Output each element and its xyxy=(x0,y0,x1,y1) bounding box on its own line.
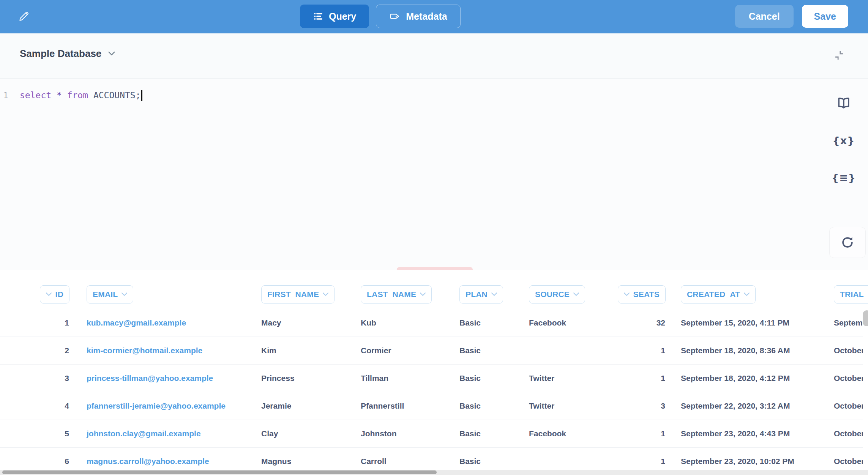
line-number: 1 xyxy=(0,91,11,100)
table-cell[interactable]: 2 xyxy=(23,346,74,355)
topbar-actions: Cancel Save xyxy=(735,5,848,28)
table-cell[interactable]: 3 xyxy=(602,401,670,411)
table-cell[interactable]: Facebook xyxy=(518,318,602,327)
sql-editor[interactable]: 1 select * from ACCOUNTS; {x} {≡} xyxy=(0,79,868,270)
table-cell[interactable]: Basic xyxy=(448,429,518,438)
column-header-trial_e[interactable]: TRIAL_E xyxy=(834,285,868,304)
column-header-seats[interactable]: SEATS xyxy=(618,285,666,304)
table-row: 1kub.macy@gmail.exampleMacyKubBasicFaceb… xyxy=(0,309,868,337)
tab-metadata[interactable]: Metadata xyxy=(376,5,460,28)
table-cell[interactable]: October xyxy=(822,401,868,411)
table-cell[interactable]: September 23, 2020, 4:43 PM xyxy=(670,429,822,438)
email-link[interactable]: kim-cormier@hotmail.example xyxy=(74,346,251,355)
table-cell[interactable]: Princess xyxy=(251,374,349,383)
database-name: Sample Database xyxy=(20,48,101,60)
header-cell: SOURCE xyxy=(518,275,602,304)
table-cell[interactable]: Basic xyxy=(448,346,518,355)
table-cell[interactable]: 3 xyxy=(23,374,74,383)
table-cell[interactable]: Jeramie xyxy=(251,401,349,411)
horizontal-scrollbar[interactable] xyxy=(2,470,437,474)
column-label: SOURCE xyxy=(535,290,570,299)
table-cell[interactable]: October xyxy=(822,457,868,466)
table-cell[interactable]: September 22, 2020, 3:12 AM xyxy=(670,401,822,411)
table-cell[interactable]: 1 xyxy=(602,346,670,355)
table-cell[interactable]: 1 xyxy=(602,457,670,466)
table-cell[interactable]: 6 xyxy=(23,457,74,466)
table-cell[interactable]: 5 xyxy=(23,429,74,438)
email-link[interactable]: magnus.carroll@yahoo.example xyxy=(74,457,251,466)
table-cell[interactable]: October xyxy=(822,374,868,383)
variables-button[interactable]: {x} xyxy=(833,132,854,149)
list-icon xyxy=(313,11,324,22)
column-label: SEATS xyxy=(633,290,660,299)
column-label: ID xyxy=(55,290,63,299)
vertical-scrollbar[interactable] xyxy=(863,310,868,326)
database-bar: Sample Database xyxy=(0,33,868,79)
pencil-icon xyxy=(17,10,30,23)
email-link[interactable]: pfannerstill-jeramie@yahoo.example xyxy=(74,401,251,411)
table-cell[interactable]: Kub xyxy=(349,318,448,327)
data-reference-button[interactable] xyxy=(833,94,854,112)
email-link[interactable]: johnston.clay@gmail.example xyxy=(74,429,251,438)
table-cell[interactable]: Magnus xyxy=(251,457,349,466)
table-cell[interactable]: Basic xyxy=(448,401,518,411)
collapse-icon xyxy=(833,49,846,62)
snippets-button[interactable]: {≡} xyxy=(833,169,854,186)
table-header-row: IDEMAILFIRST_NAMELAST_NAMEPLANSOURCESEAT… xyxy=(0,270,868,309)
table-cell[interactable]: October xyxy=(822,429,868,438)
column-label: FIRST_NAME xyxy=(267,290,319,299)
table-cell[interactable]: 4 xyxy=(23,401,74,411)
tab-metadata-label: Metadata xyxy=(406,11,447,22)
table-cell[interactable]: September 15, 2020, 4:11 PM xyxy=(670,318,822,327)
table-cell[interactable]: Cormier xyxy=(349,346,448,355)
tab-query[interactable]: Query xyxy=(300,5,369,28)
save-button[interactable]: Save xyxy=(802,5,848,28)
email-link[interactable]: kub.macy@gmail.example xyxy=(74,318,251,327)
database-selector[interactable]: Sample Database xyxy=(20,48,115,60)
email-link[interactable]: princess-tillman@yahoo.example xyxy=(74,374,251,383)
table-cell[interactable]: September 23, 2020, 10:02 PM xyxy=(670,457,822,466)
column-header-id[interactable]: ID xyxy=(40,285,69,304)
table-cell[interactable]: Facebook xyxy=(518,429,602,438)
column-header-first_name[interactable]: FIRST_NAME xyxy=(261,285,335,304)
results-area: IDEMAILFIRST_NAMELAST_NAMEPLANSOURCESEAT… xyxy=(0,270,868,470)
cancel-button[interactable]: Cancel xyxy=(735,5,794,28)
table-cell[interactable]: Tillman xyxy=(349,374,448,383)
table-cell[interactable]: Kim xyxy=(251,346,349,355)
chevron-down-icon xyxy=(108,52,115,56)
column-header-source[interactable]: SOURCE xyxy=(529,285,585,304)
table-cell[interactable]: Pfannerstill xyxy=(349,401,448,411)
table-cell[interactable]: Twitter xyxy=(518,374,602,383)
table-cell[interactable]: Twitter xyxy=(518,401,602,411)
column-header-plan[interactable]: PLAN xyxy=(459,285,503,304)
table-cell[interactable]: Johnston xyxy=(349,429,448,438)
chevron-down-icon xyxy=(491,293,497,296)
table-cell[interactable]: Macy xyxy=(251,318,349,327)
table-cell[interactable]: Carroll xyxy=(349,457,448,466)
column-header-email[interactable]: EMAIL xyxy=(87,285,133,304)
table-cell[interactable]: Basic xyxy=(448,318,518,327)
chevron-down-icon xyxy=(744,293,750,296)
sql-text: select * from ACCOUNTS; xyxy=(20,90,142,101)
table-cell[interactable]: 1 xyxy=(23,318,74,327)
table-cell[interactable]: Basic xyxy=(448,374,518,383)
table-cell[interactable]: September 18, 2020, 8:36 AM xyxy=(670,346,822,355)
column-header-last_name[interactable]: LAST_NAME xyxy=(361,285,432,304)
collapse-editor-button[interactable] xyxy=(829,45,850,66)
table-cell[interactable]: Septemb xyxy=(822,318,868,327)
table-cell[interactable]: October xyxy=(822,346,868,355)
table-cell[interactable]: September 18, 2020, 4:12 PM xyxy=(670,374,822,383)
refresh-icon xyxy=(840,235,855,250)
table-cell[interactable]: 32 xyxy=(602,318,670,327)
column-label: LAST_NAME xyxy=(367,290,416,299)
header-cell: LAST_NAME xyxy=(349,275,448,304)
top-header-bar: Query Metadata Cancel Save xyxy=(0,0,868,33)
table-cell[interactable]: 1 xyxy=(602,429,670,438)
edit-title-button[interactable] xyxy=(15,8,32,25)
table-cell[interactable]: 1 xyxy=(602,374,670,383)
table-cell[interactable]: Clay xyxy=(251,429,349,438)
header-cell: PLAN xyxy=(448,275,518,304)
refresh-run-button[interactable] xyxy=(829,227,866,258)
table-cell[interactable]: Basic xyxy=(448,457,518,466)
column-header-created_at[interactable]: CREATED_AT xyxy=(681,285,756,304)
